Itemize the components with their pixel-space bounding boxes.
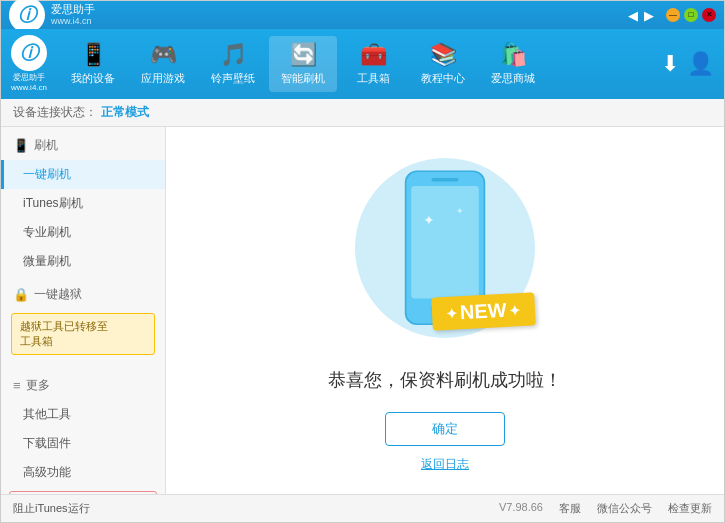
more-section-label: 更多 — [26, 377, 50, 394]
sidebar-section-jailbreak: 🔒 一键越狱 — [1, 280, 165, 309]
new-badge-text: NEW — [460, 299, 508, 324]
confirm-button[interactable]: 确定 — [385, 412, 505, 446]
nav-item-toolbox[interactable]: 🧰 工具箱 — [339, 36, 407, 92]
sidebar-item-other-tools[interactable]: 其他工具 — [1, 400, 165, 429]
apps-games-icon: 🎮 — [150, 42, 177, 68]
nav-right-actions: ⬇ 👤 — [661, 51, 714, 77]
success-message: 恭喜您，保资料刷机成功啦！ — [328, 368, 562, 392]
nav-arrows: ◀ ▶ — [628, 8, 654, 23]
sparkle-left-icon: ✦ — [446, 305, 459, 322]
nav-item-mall[interactable]: 🛍️ 爱思商城 — [479, 36, 547, 92]
gohome-link[interactable]: 返回日志 — [421, 456, 469, 473]
ringtone-icon: 🎵 — [220, 42, 247, 68]
sidebar: 📱 刷机 一键刷机 iTunes刷机 专业刷机 微量刷机 🔒 一键越狱 越狱工具… — [1, 127, 166, 494]
flash-section-label: 刷机 — [34, 137, 58, 154]
titlebar: ⓘ 爱思助手 www.i4.cn ◀ ▶ — □ ✕ — [1, 1, 724, 29]
nav-label-toolbox: 工具箱 — [357, 71, 390, 86]
tutorial-icon: 📚 — [430, 42, 457, 68]
bottombar-right: V7.98.66 客服 微信公众号 检查更新 — [499, 501, 712, 516]
nav-item-smart-flash[interactable]: 🔄 智能刷机 — [269, 36, 337, 92]
nav-label-my-device: 我的设备 — [71, 71, 115, 86]
svg-text:✦: ✦ — [423, 214, 435, 229]
mall-icon: 🛍️ — [500, 42, 527, 68]
svg-rect-1 — [411, 186, 479, 299]
status-label: 设备连接状态： — [13, 104, 97, 121]
svg-text:✦: ✦ — [456, 206, 464, 216]
status-value: 正常模式 — [101, 104, 149, 121]
more-section-icon: ≡ — [13, 378, 21, 393]
nav-label-mall: 爱思商城 — [491, 71, 535, 86]
nav-label-apps-games: 应用游戏 — [141, 71, 185, 86]
top-navigation: ⓘ 爱思助手 www.i4.cn 📱 我的设备 🎮 应用游戏 🎵 铃声壁纸 🔄 … — [1, 29, 724, 99]
main-content: 📱 刷机 一键刷机 iTunes刷机 专业刷机 微量刷机 🔒 一键越狱 越狱工具… — [1, 127, 724, 494]
sidebar-item-advanced[interactable]: 高级功能 — [1, 458, 165, 487]
sidebar-item-itunes-flash[interactable]: iTunes刷机 — [1, 189, 165, 218]
nav-label-smart-flash: 智能刷机 — [281, 71, 325, 86]
titlebar-window-controls: ◀ ▶ — □ ✕ — [628, 8, 716, 23]
nav-label-ringtone: 铃声壁纸 — [211, 71, 255, 86]
check-update-link[interactable]: 检查更新 — [668, 501, 712, 516]
stop-itunes: 阻止iTunes运行 — [13, 501, 479, 516]
nav-logo: ⓘ — [11, 35, 47, 71]
back-icon[interactable]: ◀ — [628, 8, 638, 23]
customer-service-link[interactable]: 客服 — [559, 501, 581, 516]
version-label: V7.98.66 — [499, 501, 543, 516]
stop-itunes-label[interactable]: 阻止iTunes运行 — [13, 502, 90, 514]
flash-section-icon: 📱 — [13, 138, 29, 153]
new-badge: ✦ NEW ✦ — [432, 292, 536, 330]
nav-item-tutorial[interactable]: 📚 教程中心 — [409, 36, 477, 92]
svg-rect-3 — [432, 178, 459, 181]
app-brand: 爱思助手 www.i4.cn — [51, 2, 95, 28]
user-icon[interactable]: 👤 — [687, 51, 714, 77]
maximize-button[interactable]: □ — [684, 8, 698, 22]
minimize-button[interactable]: — — [666, 8, 680, 22]
logo-area: ⓘ 爱思助手 www.i4.cn — [11, 35, 47, 92]
bottom-bar: 阻止iTunes运行 V7.98.66 客服 微信公众号 检查更新 — [1, 494, 724, 522]
nav-item-my-device[interactable]: 📱 我的设备 — [59, 36, 127, 92]
forward-icon[interactable]: ▶ — [644, 8, 654, 23]
content-area: ✦ ✦ ✦ NEW ✦ 恭喜您，保资料刷机成功啦！ 确定 返回日志 — [166, 127, 724, 494]
status-bar: 设备连接状态： 正常模式 — [1, 99, 724, 127]
wechat-link[interactable]: 微信公众号 — [597, 501, 652, 516]
main-window: ⓘ 爱思助手 www.i4.cn ◀ ▶ — □ ✕ ⓘ — [0, 0, 725, 523]
win-buttons: — □ ✕ — [666, 8, 716, 23]
sidebar-item-micro-flash[interactable]: 微量刷机 — [1, 247, 165, 276]
sidebar-item-download-firmware[interactable]: 下载固件 — [1, 429, 165, 458]
smart-flash-icon: 🔄 — [290, 42, 317, 68]
lock-icon: 🔒 — [13, 287, 29, 302]
sidebar-section-flash: 📱 刷机 — [1, 131, 165, 160]
my-device-icon: 📱 — [80, 42, 107, 68]
phone-illustration: ✦ ✦ ✦ NEW ✦ — [345, 148, 545, 348]
nav-item-ringtone[interactable]: 🎵 铃声壁纸 — [199, 36, 267, 92]
sidebar-section-more: ≡ 更多 — [1, 371, 165, 400]
sidebar-item-one-key-flash[interactable]: 一键刷机 — [1, 160, 165, 189]
nav-logo-text: 爱思助手 www.i4.cn — [11, 73, 47, 92]
download-icon[interactable]: ⬇ — [661, 51, 679, 77]
close-button[interactable]: ✕ — [702, 8, 716, 22]
nav-label-tutorial: 教程中心 — [421, 71, 465, 86]
jailbreak-section-label: 一键越狱 — [34, 286, 82, 303]
toolbox-icon: 🧰 — [360, 42, 387, 68]
sidebar-jailbreak-notice: 越狱工具已转移至工具箱 — [11, 313, 155, 355]
sparkle-right-icon: ✦ — [509, 302, 522, 319]
sidebar-item-pro-flash[interactable]: 专业刷机 — [1, 218, 165, 247]
nav-item-apps-games[interactable]: 🎮 应用游戏 — [129, 36, 197, 92]
